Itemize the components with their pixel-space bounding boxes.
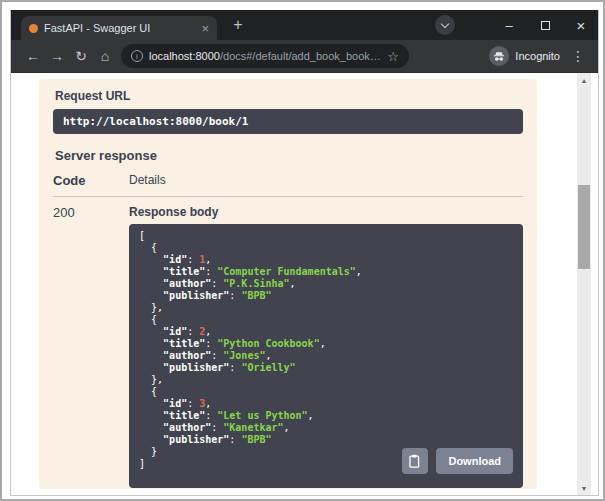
reload-button[interactable]: ↻ [69, 48, 93, 64]
response-body-code: [ { "id": 1, "title": "Computer Fundamen… [129, 224, 523, 488]
tab-strip: FastAPI - Swagger UI × + – × [11, 10, 598, 40]
tab-title: FastAPI - Swagger UI [44, 22, 195, 34]
tab-close-icon[interactable]: × [201, 22, 209, 35]
url-path: /docs#/default/add_book_book_... [220, 50, 381, 62]
url-host: localhost:8000 [149, 50, 220, 62]
scrollbar-thumb[interactable] [578, 185, 590, 269]
browser-toolbar: ← → ↻ ⌂ i localhost:8000 /docs#/default/… [11, 40, 598, 73]
vertical-scrollbar[interactable]: ▲ ▼ [577, 73, 591, 495]
new-tab-button[interactable]: + [227, 14, 249, 36]
browser-tab[interactable]: FastAPI - Swagger UI × [21, 16, 217, 40]
request-url-value: http://localhost:8000/book/1 [53, 109, 523, 134]
incognito-badge: Incognito [489, 46, 560, 66]
server-response-label: Server response [55, 148, 521, 163]
incognito-label: Incognito [515, 50, 560, 62]
page-content: Request URL http://localhost:8000/book/1… [11, 73, 598, 495]
request-url-label: Request URL [55, 89, 521, 103]
tab-search-button[interactable] [435, 15, 455, 35]
screenshot-root: FastAPI - Swagger UI × + – × ← → ↻ ⌂ i l… [0, 0, 605, 501]
url-text: localhost:8000 /docs#/default/add_book_b… [149, 50, 381, 62]
incognito-icon [489, 46, 509, 66]
home-button[interactable]: ⌂ [93, 48, 117, 64]
response-body-label: Response body [129, 205, 523, 219]
fastapi-favicon-icon [29, 24, 38, 33]
response-table-header: Code Details [53, 173, 523, 197]
scroll-up-icon[interactable]: ▲ [577, 73, 591, 87]
response-table-row: 200 Response body [ { "id": 1, "title": … [53, 197, 523, 488]
address-bar[interactable]: i localhost:8000 /docs#/default/add_book… [121, 44, 409, 68]
window-maximize-button[interactable] [529, 10, 561, 40]
code-actions: Download [402, 448, 513, 474]
bookmark-star-icon[interactable]: ☆ [387, 49, 399, 64]
window-minimize-button[interactable]: – [493, 10, 525, 40]
scroll-down-icon[interactable]: ▼ [577, 481, 591, 495]
download-button[interactable]: Download [436, 448, 513, 474]
details-column-header: Details [129, 173, 166, 188]
maximize-icon [541, 21, 550, 30]
status-code: 200 [53, 205, 129, 488]
copy-to-clipboard-button[interactable] [402, 448, 428, 474]
response-details: Response body [ { "id": 1, "title": "Com… [129, 205, 523, 488]
forward-button[interactable]: → [45, 48, 69, 64]
browser-menu-button[interactable]: ⋮ [568, 48, 588, 64]
clipboard-icon [409, 454, 421, 468]
page-info-icon[interactable]: i [131, 50, 143, 62]
chevron-down-icon [441, 19, 449, 27]
browser-window: FastAPI - Swagger UI × + – × ← → ↻ ⌂ i l… [10, 10, 599, 496]
back-button[interactable]: ← [21, 48, 45, 64]
swagger-opblock: Request URL http://localhost:8000/book/1… [39, 79, 537, 489]
window-close-button[interactable]: × [565, 10, 597, 40]
code-column-header: Code [53, 173, 129, 188]
